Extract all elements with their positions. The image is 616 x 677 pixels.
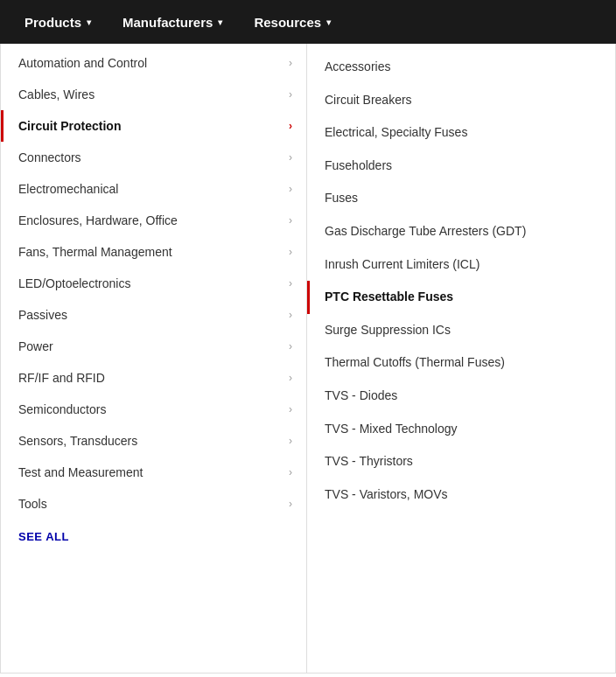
right-menu-item[interactable]: TVS - Varistors, MOVs: [307, 478, 615, 512]
nav-label: Manufacturers: [122, 15, 213, 30]
menu-item-label: Passives: [18, 308, 67, 322]
right-column: AccessoriesCircuit BreakersElectrical, S…: [307, 44, 615, 673]
right-menu-item[interactable]: Circuit Breakers: [307, 84, 615, 117]
menu-item-label: Enclosures, Hardware, Office: [18, 213, 178, 227]
submenu-item-label: Inrush Current Limiters (ICL): [325, 256, 480, 274]
left-menu-item[interactable]: LED/Optoelectronics›: [1, 268, 306, 299]
submenu-item-label: Electrical, Specialty Fuses: [325, 124, 467, 142]
submenu-item-label: Surge Suppression ICs: [325, 322, 451, 339]
nav-item-products[interactable]: Products▾: [9, 0, 107, 44]
nav-label: Products: [24, 15, 81, 30]
menu-item-label: Fans, Thermal Management: [18, 245, 172, 259]
submenu-item-label: Fuses: [325, 190, 358, 207]
submenu-item-label: TVS - Mixed Technology: [325, 421, 457, 438]
chevron-right-icon: ›: [289, 151, 292, 164]
chevron-right-icon: ›: [289, 372, 292, 384]
menu-item-label: Test and Measurement: [18, 465, 143, 479]
navbar: Products▾Manufacturers▾Resources▾: [0, 0, 616, 44]
left-menu-item[interactable]: Circuit Protection›: [1, 110, 306, 142]
left-menu-item[interactable]: Fans, Thermal Management›: [1, 236, 306, 268]
menu-item-label: Automation and Control: [18, 56, 147, 70]
left-menu-item[interactable]: Cables, Wires›: [1, 79, 306, 110]
chevron-right-icon: ›: [289, 183, 292, 195]
left-menu-item[interactable]: Tools›: [1, 488, 306, 520]
right-menu-item[interactable]: TVS - Mixed Technology: [307, 413, 615, 446]
menu-item-label: Connectors: [18, 150, 81, 164]
chevron-right-icon: ›: [289, 246, 292, 258]
chevron-right-icon: ›: [289, 88, 292, 101]
left-menu-item[interactable]: Automation and Control›: [1, 47, 306, 79]
submenu-item-label: TVS - Varistors, MOVs: [325, 486, 448, 504]
menu-item-label: Semiconductors: [18, 402, 106, 416]
menu-item-label: RF/IF and RFID: [18, 371, 105, 385]
left-menu-item[interactable]: Enclosures, Hardware, Office›: [1, 205, 306, 236]
chevron-right-icon: ›: [289, 309, 292, 321]
menu-item-label: LED/Optoelectronics: [18, 276, 130, 290]
chevron-right-icon: ›: [289, 340, 292, 352]
right-menu-item[interactable]: Inrush Current Limiters (ICL): [307, 248, 615, 282]
submenu-item-label: Gas Discharge Tube Arresters (GDT): [325, 223, 526, 241]
left-menu-item[interactable]: Test and Measurement›: [1, 457, 306, 488]
right-menu-item[interactable]: Thermal Cutoffs (Thermal Fuses): [307, 346, 615, 380]
chevron-down-icon: ▾: [87, 17, 91, 27]
left-column: Automation and Control›Cables, Wires›Cir…: [1, 44, 307, 673]
see-all-link[interactable]: SEE ALL: [1, 520, 306, 554]
nav-label: Resources: [254, 15, 321, 30]
nav-item-manufacturers[interactable]: Manufacturers▾: [107, 0, 238, 44]
chevron-right-icon: ›: [289, 57, 292, 69]
left-menu-item[interactable]: Sensors, Transducers›: [1, 425, 306, 457]
left-menu-item[interactable]: Passives›: [1, 299, 306, 331]
submenu-item-label: TVS - Thyristors: [325, 453, 413, 471]
right-menu-item[interactable]: Accessories: [307, 51, 615, 84]
chevron-right-icon: ›: [289, 498, 292, 510]
menu-item-label: Cables, Wires: [18, 87, 94, 101]
right-menu-item[interactable]: Surge Suppression ICs: [307, 314, 615, 347]
submenu-item-label: Thermal Cutoffs (Thermal Fuses): [325, 354, 505, 372]
chevron-right-icon: ›: [289, 120, 292, 132]
left-menu-item[interactable]: Electromechanical›: [1, 173, 306, 205]
right-menu-item[interactable]: TVS - Diodes: [307, 380, 615, 413]
right-menu-item[interactable]: Fuseholders: [307, 150, 615, 183]
menu-item-label: Power: [18, 339, 53, 353]
menu-item-label: Sensors, Transducers: [18, 434, 137, 448]
left-menu-item[interactable]: Connectors›: [1, 142, 306, 173]
right-menu-item[interactable]: TVS - Thyristors: [307, 445, 615, 478]
menu-item-label: Circuit Protection: [18, 119, 121, 133]
left-menu-item[interactable]: Power›: [1, 331, 306, 362]
right-menu-item[interactable]: Gas Discharge Tube Arresters (GDT): [307, 215, 615, 248]
menu-item-label: Electromechanical: [18, 182, 118, 196]
submenu-item-label: Accessories: [325, 59, 390, 76]
chevron-right-icon: ›: [289, 403, 292, 415]
chevron-down-icon: ▾: [218, 17, 222, 27]
chevron-right-icon: ›: [289, 466, 292, 478]
submenu-item-label: Fuseholders: [325, 157, 392, 175]
chevron-right-icon: ›: [289, 277, 292, 290]
left-menu-item[interactable]: Semiconductors›: [1, 394, 306, 425]
dropdown-container: Automation and Control›Cables, Wires›Cir…: [0, 44, 616, 674]
right-menu-item[interactable]: Fuses: [307, 182, 615, 215]
nav-item-resources[interactable]: Resources▾: [238, 0, 346, 44]
submenu-item-label: PTC Resettable Fuses: [325, 289, 453, 306]
submenu-item-label: TVS - Diodes: [325, 387, 397, 405]
chevron-down-icon: ▾: [326, 17, 331, 27]
right-menu-item[interactable]: Electrical, Specialty Fuses: [307, 116, 615, 150]
submenu-item-label: Circuit Breakers: [325, 92, 412, 109]
menu-item-label: Tools: [18, 497, 47, 511]
chevron-right-icon: ›: [289, 435, 292, 447]
chevron-right-icon: ›: [289, 214, 292, 227]
right-menu-item[interactable]: PTC Resettable Fuses: [307, 281, 615, 314]
left-menu-item[interactable]: RF/IF and RFID›: [1, 362, 306, 394]
